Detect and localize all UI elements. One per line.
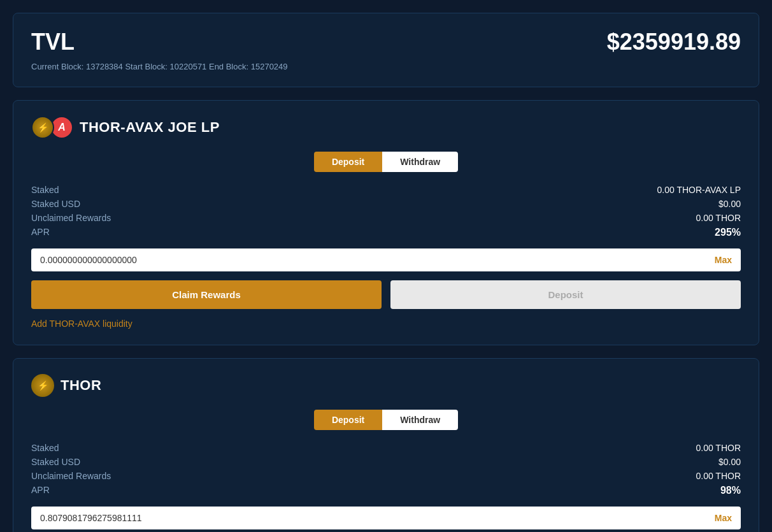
pool1-max-button[interactable]: Max	[715, 255, 732, 265]
pool2-staked-usd-label: Staked USD	[31, 457, 111, 467]
pool2-apr-label: APR	[31, 485, 111, 495]
pool2-deposit-tab[interactable]: Deposit	[314, 410, 382, 430]
pool2-stats: Staked Staked USD Unclaimed Rewards APR …	[31, 443, 741, 496]
pool1-claim-button[interactable]: Claim Rewards	[31, 280, 382, 309]
pool2-apr-value: 98%	[696, 485, 741, 496]
pool1-tabs-container: Deposit Withdraw	[31, 152, 741, 172]
pool1-stats-left: Staked Staked USD Unclaimed Rewards APR	[31, 185, 111, 238]
pool1-tab-group: Deposit Withdraw	[314, 152, 458, 172]
pool2-stats-right: 0.00 THOR $0.00 0.00 THOR 98%	[696, 443, 741, 496]
pool1-add-liquidity-link[interactable]: Add THOR-AVAX liquidity	[31, 319, 132, 329]
pool2-max-button[interactable]: Max	[715, 513, 732, 523]
pool1-unclaimed-label: Unclaimed Rewards	[31, 213, 111, 223]
pool1-unclaimed-value: 0.00 THOR	[657, 213, 741, 223]
pool1-apr-value: 295%	[657, 227, 741, 238]
pool2-unclaimed-value: 0.00 THOR	[696, 471, 741, 481]
pool1-staked-value: 0.00 THOR-AVAX LP	[657, 185, 741, 195]
pool1-stats-right: 0.00 THOR-AVAX LP $0.00 0.00 THOR 295%	[657, 185, 741, 238]
tvl-blocks: Current Block: 13728384 Start Block: 102…	[31, 62, 741, 71]
pool1-name: THOR-AVAX JOE LP	[80, 119, 220, 136]
pool2-amount-input[interactable]	[40, 513, 715, 523]
pool2-icons: ⚡	[31, 374, 54, 397]
pool2-withdraw-tab[interactable]: Withdraw	[382, 410, 458, 430]
pool1-amount-input[interactable]	[40, 255, 715, 265]
pool1-action-row: Claim Rewards Deposit	[31, 280, 741, 309]
pool1-deposit-tab[interactable]: Deposit	[314, 152, 382, 172]
pool2-header: ⚡ THOR	[31, 374, 741, 397]
pool2-input-row: Max	[31, 507, 741, 529]
pool1-staked-usd-label: Staked USD	[31, 199, 111, 209]
pool2-staked-usd-value: $0.00	[696, 457, 741, 467]
tvl-title: TVL	[31, 29, 75, 55]
pool1-header: THOR-AVAX JOE LP	[31, 116, 741, 139]
pool1-card: THOR-AVAX JOE LP Deposit Withdraw Staked…	[13, 100, 759, 345]
pool2-staked-value: 0.00 THOR	[696, 443, 741, 453]
tvl-card: TVL $2359919.89 Current Block: 13728384 …	[13, 13, 759, 87]
tvl-value: $2359919.89	[607, 29, 741, 55]
thor-icon	[31, 116, 54, 139]
pool1-withdraw-tab[interactable]: Withdraw	[382, 152, 458, 172]
pool1-staked-label: Staked	[31, 185, 111, 195]
pool2-card: ⚡ THOR Deposit Withdraw Staked Staked US…	[13, 358, 759, 532]
pool2-name: THOR	[61, 377, 101, 394]
pool2-tab-group: Deposit Withdraw	[314, 410, 458, 430]
pool1-apr-label: APR	[31, 227, 111, 237]
pool1-input-row: Max	[31, 248, 741, 271]
pool1-stats: Staked Staked USD Unclaimed Rewards APR …	[31, 185, 741, 238]
pool1-staked-usd-value: $0.00	[657, 199, 741, 209]
pool2-unclaimed-label: Unclaimed Rewards	[31, 471, 111, 481]
pool2-stats-left: Staked Staked USD Unclaimed Rewards APR	[31, 443, 111, 496]
pool1-deposit-button: Deposit	[390, 280, 741, 309]
pool2-staked-label: Staked	[31, 443, 111, 453]
pool1-icons	[31, 116, 73, 139]
pool2-tabs-container: Deposit Withdraw	[31, 410, 741, 430]
pool2-thor-icon: ⚡	[31, 374, 54, 397]
